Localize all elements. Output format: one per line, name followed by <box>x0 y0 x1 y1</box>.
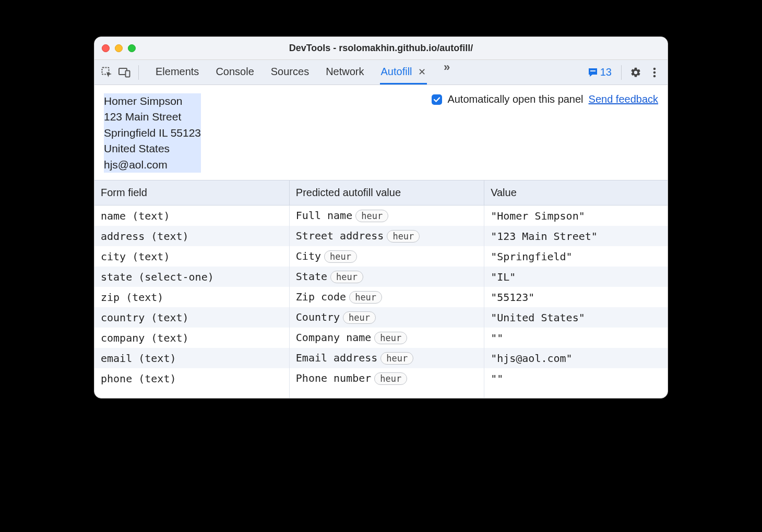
address-line: Springfield IL 55123 <box>104 125 201 141</box>
table-row[interactable]: company (text)Company nameheur"" <box>94 328 668 348</box>
kebab-icon <box>653 67 656 78</box>
send-feedback-link[interactable]: Send feedback <box>589 93 658 105</box>
tab-console[interactable]: Console <box>215 61 255 84</box>
predicted-label: Street address <box>296 229 384 242</box>
column-predicted[interactable]: Predicted autofill value <box>289 180 484 205</box>
issues-button[interactable]: 13 <box>585 66 615 78</box>
predicted-label: City <box>296 250 321 262</box>
heur-badge: heur <box>324 250 357 263</box>
traffic-lights <box>102 44 136 52</box>
tab-autofill-label: Autofill <box>381 66 412 77</box>
cell-predicted: Full nameheur <box>289 205 484 226</box>
svg-point-4 <box>653 67 656 70</box>
cell-form-field: city (text) <box>94 246 289 267</box>
cell-predicted: Company nameheur <box>289 328 484 348</box>
minimize-button[interactable] <box>115 44 123 52</box>
cell-predicted: Stateheur <box>289 267 484 287</box>
toolbar-separator-2 <box>621 65 622 80</box>
cell-value: "Homer Simpson" <box>484 205 668 226</box>
table-row[interactable]: country (text)Countryheur"United States" <box>94 307 668 328</box>
settings-button[interactable] <box>628 65 644 80</box>
chat-icon <box>588 67 598 78</box>
cell-value: "IL" <box>484 267 668 287</box>
cell-form-field: email (text) <box>94 348 289 368</box>
heur-badge: heur <box>330 271 363 283</box>
cell-value: "United States" <box>484 307 668 328</box>
heur-badge: heur <box>349 291 382 304</box>
address-line: United States <box>104 141 170 156</box>
address-line: Homer Simpson <box>104 93 183 109</box>
address-preview: Homer Simpson 123 Main Street Springfiel… <box>104 93 201 173</box>
heur-badge: heur <box>374 372 407 385</box>
cell-value: "hjs@aol.com" <box>484 348 668 368</box>
cell-value: "123 Main Street" <box>484 226 668 246</box>
close-button[interactable] <box>102 44 110 52</box>
titlebar: DevTools - rsolomakhin.github.io/autofil… <box>94 37 668 60</box>
table-header-row: Form field Predicted autofill value Valu… <box>94 180 668 205</box>
cell-form-field: phone (text) <box>94 368 289 389</box>
predicted-label: Phone number <box>296 372 372 384</box>
maximize-button[interactable] <box>128 44 136 52</box>
predicted-label: Country <box>296 311 340 323</box>
close-tab-icon[interactable]: ✕ <box>418 67 426 77</box>
cell-value: "55123" <box>484 287 668 307</box>
cell-form-field: zip (text) <box>94 287 289 307</box>
column-value[interactable]: Value <box>484 180 668 205</box>
cell-predicted: Countryheur <box>289 307 484 328</box>
inspect-icon[interactable] <box>100 65 114 80</box>
table-empty-row <box>94 389 668 398</box>
predicted-label: Email address <box>296 352 378 364</box>
predicted-label: Company name <box>296 331 372 344</box>
cell-predicted: Phone numberheur <box>289 368 484 389</box>
auto-open-label: Automatically open this panel <box>447 93 583 105</box>
heur-badge: heur <box>380 352 413 365</box>
heur-badge: heur <box>374 332 407 344</box>
table-row[interactable]: phone (text)Phone numberheur"" <box>94 368 668 389</box>
toolbar: Elements Console Sources Network Autofil… <box>94 60 668 85</box>
cell-form-field: address (text) <box>94 226 289 246</box>
svg-point-6 <box>653 75 656 77</box>
address-line: 123 Main Street <box>104 109 181 125</box>
cell-value: "" <box>484 328 668 348</box>
table-row[interactable]: address (text)Street addressheur"123 Mai… <box>94 226 668 246</box>
table-row[interactable]: name (text)Full nameheur"Homer Simpson" <box>94 205 668 226</box>
tab-network[interactable]: Network <box>325 61 365 84</box>
table-row[interactable]: city (text)Cityheur"Springfield" <box>94 246 668 267</box>
cell-form-field: company (text) <box>94 328 289 348</box>
cell-predicted: Cityheur <box>289 246 484 267</box>
gear-icon <box>630 67 641 78</box>
svg-point-5 <box>653 71 656 74</box>
svg-rect-3 <box>590 70 596 71</box>
predicted-label: Full name <box>296 209 352 222</box>
more-menu-button[interactable] <box>647 65 662 80</box>
table-row[interactable]: email (text)Email addressheur"hjs@aol.co… <box>94 348 668 368</box>
heur-badge: heur <box>343 311 376 324</box>
column-form-field[interactable]: Form field <box>94 180 289 205</box>
cell-form-field: state (select-one) <box>94 267 289 287</box>
cell-form-field: country (text) <box>94 307 289 328</box>
tab-sources[interactable]: Sources <box>270 61 310 84</box>
cell-value: "" <box>484 368 668 389</box>
cell-predicted: Street addressheur <box>289 226 484 246</box>
tab-autofill[interactable]: Autofill ✕ <box>380 61 427 84</box>
predicted-label: State <box>296 270 327 283</box>
overflow-tabs-icon[interactable]: » <box>442 61 452 84</box>
cell-value: "Springfield" <box>484 246 668 267</box>
tab-bar: Elements Console Sources Network Autofil… <box>154 61 452 84</box>
cell-predicted: Email addressheur <box>289 348 484 368</box>
predicted-label: Zip code <box>296 291 346 303</box>
issues-count: 13 <box>600 66 612 78</box>
device-icon[interactable] <box>117 65 132 80</box>
address-line: hjs@aol.com <box>104 157 168 173</box>
svg-rect-2 <box>126 70 130 77</box>
toolbar-separator <box>138 65 139 80</box>
cell-form-field: name (text) <box>94 205 289 226</box>
table-row[interactable]: zip (text)Zip codeheur"55123" <box>94 287 668 307</box>
auto-open-checkbox[interactable] <box>432 94 442 105</box>
tab-elements[interactable]: Elements <box>154 61 200 84</box>
window-title: DevTools - rsolomakhin.github.io/autofil… <box>289 43 473 54</box>
table-row[interactable]: state (select-one)Stateheur"IL" <box>94 267 668 287</box>
heur-badge: heur <box>387 230 420 243</box>
autofill-panel-header: Homer Simpson 123 Main Street Springfiel… <box>94 85 668 180</box>
heur-badge: heur <box>355 210 388 222</box>
